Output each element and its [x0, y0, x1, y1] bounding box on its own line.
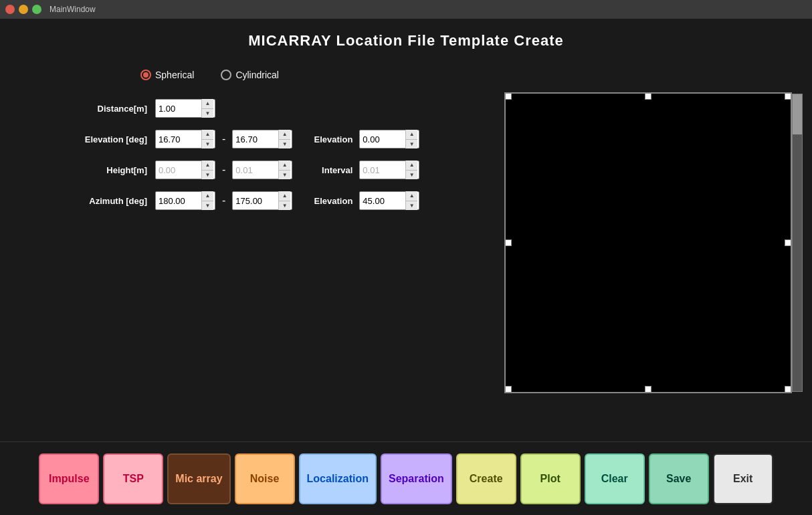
elevation-left-spinbox[interactable]: ▲ ▼: [155, 130, 215, 148]
spherical-label: Spherical: [155, 70, 194, 80]
azimuth-extra-up[interactable]: ▲: [406, 191, 417, 201]
elevation-right-down[interactable]: ▼: [279, 140, 290, 149]
save-button[interactable]: Save: [649, 453, 709, 504]
cylindrical-label: Cylindrical: [235, 70, 279, 80]
azimuth-right-up[interactable]: ▲: [279, 191, 290, 201]
height-dash: -: [222, 164, 225, 176]
azimuth-right-input[interactable]: [233, 196, 278, 206]
elevation-label: Elevation [deg]: [54, 134, 147, 144]
height-extra-arrows: ▲ ▼: [405, 161, 417, 179]
height-left-up[interactable]: ▲: [202, 161, 213, 171]
elevation-left-input[interactable]: [156, 134, 201, 144]
close-button[interactable]: [5, 5, 15, 14]
azimuth-extra-input[interactable]: [360, 196, 405, 206]
bottom-bar: Impulse TSP Mic array Noise Localization…: [0, 441, 812, 515]
height-right-arrows: ▲ ▼: [278, 161, 290, 179]
azimuth-left-down[interactable]: ▼: [202, 201, 213, 211]
height-label: Height[m]: [54, 165, 147, 175]
maximize-button[interactable]: [32, 5, 41, 14]
height-right-up[interactable]: ▲: [279, 161, 290, 171]
height-left-input[interactable]: [156, 165, 201, 175]
elevation-extra-spinbox[interactable]: ▲ ▼: [359, 130, 419, 148]
elevation-right-spinbox[interactable]: ▲ ▼: [232, 130, 292, 148]
cylindrical-radio-circle[interactable]: [221, 70, 231, 80]
canvas-handle-rm[interactable]: [785, 239, 791, 246]
plot-button[interactable]: Plot: [520, 453, 581, 504]
azimuth-left-input[interactable]: [156, 196, 201, 206]
elevation-extra-label: Elevation: [306, 134, 352, 144]
elevation-extra-down[interactable]: ▼: [406, 140, 417, 149]
height-left-spinbox[interactable]: ▲ ▼: [155, 161, 215, 179]
canvas-handle-bl[interactable]: [505, 386, 512, 393]
main-content: MICARRAY Location File Template Create S…: [0, 19, 812, 441]
elevation-right-up[interactable]: ▲: [279, 130, 290, 140]
height-right-spinbox[interactable]: ▲ ▼: [232, 161, 292, 179]
radio-spherical[interactable]: Spherical: [140, 70, 194, 80]
distance-up[interactable]: ▲: [202, 99, 213, 109]
micarray-button[interactable]: Mic array: [167, 453, 230, 504]
elevation-left-down[interactable]: ▼: [202, 140, 213, 149]
height-right-input[interactable]: [233, 165, 278, 175]
noise-button[interactable]: Noise: [235, 453, 295, 504]
canvas-handle-tm[interactable]: [645, 93, 651, 100]
distance-label: Distance[m]: [54, 104, 147, 114]
azimuth-right-arrows: ▲ ▼: [278, 191, 290, 210]
tsp-button[interactable]: TSP: [103, 453, 163, 504]
elevation-right-input[interactable]: [233, 134, 278, 144]
azimuth-left-spinbox[interactable]: ▲ ▼: [155, 191, 215, 210]
localization-button[interactable]: Localization: [299, 453, 377, 504]
clear-button[interactable]: Clear: [585, 453, 645, 504]
elevation-left-up[interactable]: ▲: [202, 130, 213, 140]
azimuth-extra-down[interactable]: ▼: [406, 201, 417, 211]
minimize-button[interactable]: [19, 5, 28, 14]
height-extra-up[interactable]: ▲: [406, 161, 417, 171]
height-extra-label: Interval: [306, 165, 352, 175]
page-title: MICARRAY Location File Template Create: [0, 32, 812, 49]
azimuth-dash: -: [222, 195, 225, 207]
azimuth-left-up[interactable]: ▲: [202, 191, 213, 201]
canvas-area: [504, 92, 792, 393]
elevation-extra-up[interactable]: ▲: [406, 130, 417, 140]
elevation-extra-input[interactable]: [360, 134, 405, 144]
distance-input[interactable]: [156, 104, 201, 114]
azimuth-right-down[interactable]: ▼: [279, 201, 290, 211]
elevation-left-arrows: ▲ ▼: [201, 130, 213, 148]
distance-down[interactable]: ▼: [202, 109, 213, 118]
height-left-arrows: ▲ ▼: [201, 161, 213, 179]
azimuth-left-arrows: ▲ ▼: [201, 191, 213, 210]
canvas-handle-tr[interactable]: [785, 93, 791, 100]
window-title: MainWindow: [49, 5, 96, 14]
impulse-button[interactable]: Impulse: [39, 453, 99, 504]
canvas-handle-bm[interactable]: [645, 386, 651, 393]
create-button[interactable]: Create: [456, 453, 516, 504]
radio-cylindrical[interactable]: Cylindrical: [221, 70, 279, 80]
height-extra-down[interactable]: ▼: [406, 171, 417, 180]
elevation-extra-arrows: ▲ ▼: [405, 130, 417, 148]
height-extra-input[interactable]: [360, 165, 405, 175]
elevation-right-arrows: ▲ ▼: [278, 130, 290, 148]
height-extra-spinbox[interactable]: ▲ ▼: [359, 161, 419, 179]
canvas-scrollbar-thumb[interactable]: [793, 94, 802, 134]
radio-row: Spherical Cylindrical: [140, 70, 812, 80]
canvas-handle-lm[interactable]: [505, 239, 512, 246]
azimuth-label: Azimuth [deg]: [54, 196, 147, 206]
canvas-handle-tl[interactable]: [505, 93, 512, 100]
title-bar: MainWindow: [0, 0, 812, 19]
azimuth-extra-spinbox[interactable]: ▲ ▼: [359, 191, 419, 210]
height-right-down[interactable]: ▼: [279, 171, 290, 180]
azimuth-right-spinbox[interactable]: ▲ ▼: [232, 191, 292, 210]
elevation-dash: -: [222, 133, 225, 145]
distance-arrows: ▲ ▼: [201, 99, 213, 118]
azimuth-extra-arrows: ▲ ▼: [405, 191, 417, 210]
height-left-down[interactable]: ▼: [202, 171, 213, 180]
distance-spinbox[interactable]: ▲ ▼: [155, 99, 215, 118]
azimuth-extra-label: Elevation: [306, 196, 352, 206]
canvas-handle-br[interactable]: [785, 386, 791, 393]
canvas-scrollbar[interactable]: [792, 94, 803, 392]
exit-button[interactable]: Exit: [713, 453, 773, 504]
spherical-radio-circle[interactable]: [140, 70, 151, 80]
separation-button[interactable]: Separation: [381, 453, 452, 504]
